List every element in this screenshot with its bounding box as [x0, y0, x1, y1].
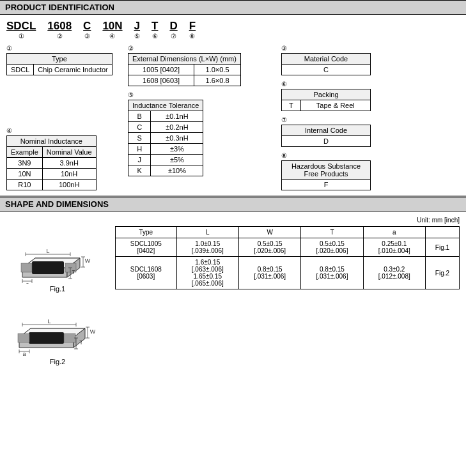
pn-sdcl: SDCL ① [6, 20, 36, 40]
packing-table: Packing T Tape & Reel [281, 89, 371, 111]
svg-text:L: L [46, 248, 49, 254]
svg-text:T: T [79, 339, 83, 346]
col-w: W [238, 227, 300, 238]
pn-d: D ⑦ [169, 20, 177, 40]
svg-text:L: L [47, 318, 50, 325]
nominal-inductance-table: Nominal Inductance Example Nominal Value… [6, 135, 97, 190]
pn-j: J ⑤ [134, 20, 140, 40]
shape-dimensions-section: SHAPE AND DIMENSIONS Unit: mm [inch] [0, 197, 466, 371]
svg-text:a: a [26, 281, 29, 284]
part-number-row: SDCL ① 1608 ② C ③ 10N ④ J ⑤ T ⑥ [6, 20, 460, 40]
svg-rect-5 [21, 263, 32, 272]
svg-rect-28 [18, 334, 29, 342]
pn-1608: 1608 ② [47, 20, 72, 40]
nominal-inductance-block: ④ Nominal Inductance Example Nominal Val… [6, 127, 121, 190]
svg-rect-29 [64, 334, 75, 342]
fig2-label: Fig.2 [50, 358, 65, 365]
svg-text:W: W [90, 328, 96, 335]
left-col: ① Type SDCL Chip Ceramic Inductor ④ Nomi… [6, 45, 121, 190]
hazardous-table: Hazardous Substance Free Products F [281, 160, 371, 190]
svg-text:W: W [85, 257, 91, 264]
packing-block: ⑥ Packing T Tape & Reel [281, 81, 409, 111]
hazardous-block: ⑧ Hazardous Substance Free Products F [281, 152, 409, 190]
table-row: SDCL1005[0402] 1.0±0.15[.039±.006] 0.5±0… [116, 238, 460, 257]
dims-table-wrap: Type L W T a SDCL1005[0402] 1.0±0.15[.03… [115, 226, 460, 289]
right-col: ③ Material Code C ⑥ Packing T Tape & Ree… [281, 45, 409, 190]
col-type: Type [116, 227, 177, 238]
type-block: ① Type SDCL Chip Ceramic Inductor [6, 45, 121, 75]
svg-rect-4 [32, 261, 64, 274]
fig1-svg: L W T a [10, 226, 105, 284]
col-fig [425, 227, 459, 238]
pn-10n: 10N ④ [102, 20, 122, 40]
fig1-label: Fig.1 [50, 285, 65, 293]
shape-dimensions-header: SHAPE AND DIMENSIONS [0, 197, 466, 211]
shape-content: L W T a [6, 226, 460, 365]
pn-c: C ③ [83, 20, 91, 40]
inductance-tol-block: ⑤ Inductance Tolerance B ±0.1nH C ±0.2nH… [128, 91, 275, 176]
internal-code-block: ⑦ Internal Code D [281, 116, 409, 147]
col-a: a [363, 227, 425, 238]
pn-f: F ⑧ [189, 20, 196, 40]
fig1-box: L W T a [6, 226, 109, 293]
fig2-box: L W T a Fig.2 [6, 299, 109, 365]
unit-note: Unit: mm [inch] [6, 217, 460, 224]
material-code-table: Material Code C [281, 53, 371, 75]
type-table: Type SDCL Chip Ceramic Inductor [6, 53, 113, 75]
figures-col: L W T a [6, 226, 109, 365]
product-id-header: PRODUCT IDENTIFICATION [0, 0, 466, 15]
internal-code-table: Internal Code D [281, 125, 371, 147]
dims-table: Type L W T a SDCL1005[0402] 1.0±0.15[.03… [115, 226, 460, 289]
svg-text:a: a [22, 351, 26, 357]
mid-col: ② External Dimensions (L×W) (mm) 1005 [0… [128, 45, 275, 190]
col-t: T [301, 227, 363, 238]
inductance-tol-table: Inductance Tolerance B ±0.1nH C ±0.2nH S… [128, 100, 203, 176]
svg-rect-27 [29, 332, 64, 344]
ext-dim-table: External Dimensions (L×W) (mm) 1005 [040… [128, 53, 241, 86]
material-code-block: ③ Material Code C [281, 45, 409, 75]
fig2-svg: L W T a [10, 299, 105, 357]
content-area: ① Type SDCL Chip Ceramic Inductor ④ Nomi… [6, 45, 460, 190]
ext-dim-block: ② External Dimensions (L×W) (mm) 1005 [0… [128, 45, 275, 86]
pn-t: T ⑥ [151, 20, 158, 40]
col-l: L [176, 227, 238, 238]
product-id-section: PRODUCT IDENTIFICATION SDCL ① 1608 ② C ③… [0, 0, 466, 197]
table-row: SDCL1608[0603] 1.6±0.15[.063±.006]1.65±0… [116, 257, 460, 289]
svg-text:T: T [72, 269, 75, 275]
